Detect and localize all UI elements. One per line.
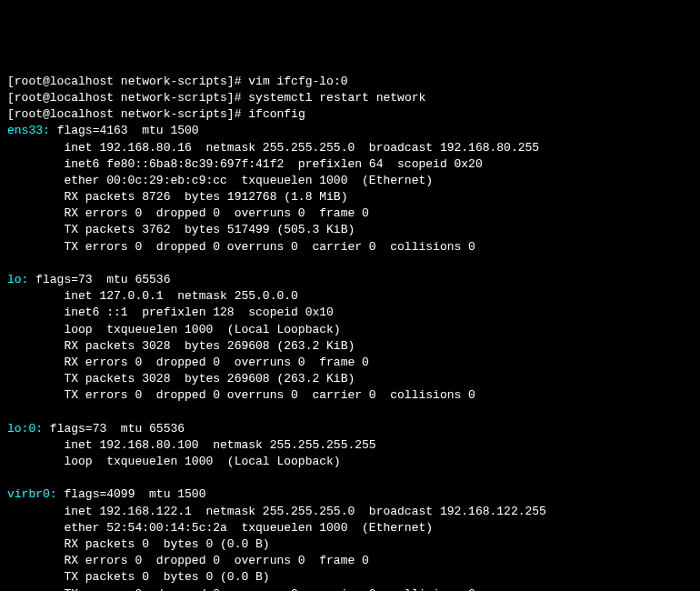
interface-header: lo:0: flags=73 mtu 65536 [7, 421, 693, 437]
interface-detail-line: TX packets 0 bytes 0 (0.0 B) [7, 569, 693, 586]
interface-detail-line: ether 00:0c:29:eb:c9:cc txqueuelen 1000 … [7, 173, 693, 189]
interface-detail-line: inet6 fe80::6ba8:8c39:697f:41f2 prefixle… [7, 156, 693, 173]
interface-header: ens33: flags=4163 mtu 1500 [7, 123, 693, 139]
command-text: ifconfig [248, 107, 305, 121]
interface-detail-line: TX errors 0 dropped 0 overruns 0 carrier… [7, 239, 693, 255]
blank-line [7, 255, 693, 272]
interface-detail-line: RX errors 0 dropped 0 overruns 0 frame 0 [7, 355, 693, 371]
interface-detail-line: RX packets 3028 bytes 269608 (263.2 KiB) [7, 338, 693, 355]
interface-detail-line: TX errors 0 dropped 0 overruns 0 carrier… [7, 586, 693, 591]
interface-header: lo: flags=73 mtu 65536 [7, 272, 693, 288]
interface-detail-line: TX errors 0 dropped 0 overruns 0 carrier… [7, 387, 693, 404]
interface-detail-line: TX packets 3762 bytes 517499 (505.3 KiB) [7, 222, 693, 238]
interface-detail-line: inet6 ::1 prefixlen 128 scopeid 0x10 [7, 305, 693, 321]
interface-detail-line: ether 52:54:00:14:5c:2a txqueuelen 1000 … [7, 520, 693, 536]
command-text: vim ifcfg-lo:0 [248, 75, 347, 88]
shell-prompt-line: [root@localhost network-scripts]# ifconf… [7, 106, 693, 123]
interface-name: ens33: [7, 124, 50, 137]
command-text: systemctl restart network [248, 91, 425, 105]
interface-detail-line: RX errors 0 dropped 0 overruns 0 frame 0 [7, 553, 693, 569]
interface-detail-line: RX errors 0 dropped 0 overruns 0 frame 0 [7, 205, 693, 222]
shell-prompt-line: [root@localhost network-scripts]# system… [7, 90, 693, 106]
interface-detail-line: inet 192.168.80.16 netmask 255.255.255.0… [7, 140, 693, 156]
blank-line [7, 470, 693, 486]
terminal-output[interactable]: [root@localhost network-scripts]# vim if… [7, 74, 693, 591]
interface-detail-line: RX packets 8726 bytes 1912768 (1.8 MiB) [7, 189, 693, 205]
interface-detail-line: RX packets 0 bytes 0 (0.0 B) [7, 536, 693, 553]
interface-name: virbr0: [7, 487, 57, 501]
interface-detail-line: inet 127.0.0.1 netmask 255.0.0.0 [7, 288, 693, 305]
interface-name: lo: [7, 273, 28, 286]
interface-name: lo:0: [7, 422, 43, 436]
interface-detail-line: loop txqueuelen 1000 (Local Loopback) [7, 322, 693, 338]
interface-detail-line: TX packets 3028 bytes 269608 (263.2 KiB) [7, 371, 693, 387]
interface-detail-line: loop txqueuelen 1000 (Local Loopback) [7, 454, 693, 470]
shell-prompt-line: [root@localhost network-scripts]# vim if… [7, 74, 693, 90]
interface-detail-line: inet 192.168.122.1 netmask 255.255.255.0… [7, 504, 693, 520]
blank-line [7, 405, 693, 421]
interface-detail-line: inet 192.168.80.100 netmask 255.255.255.… [7, 437, 693, 454]
interface-header: virbr0: flags=4099 mtu 1500 [7, 486, 693, 503]
